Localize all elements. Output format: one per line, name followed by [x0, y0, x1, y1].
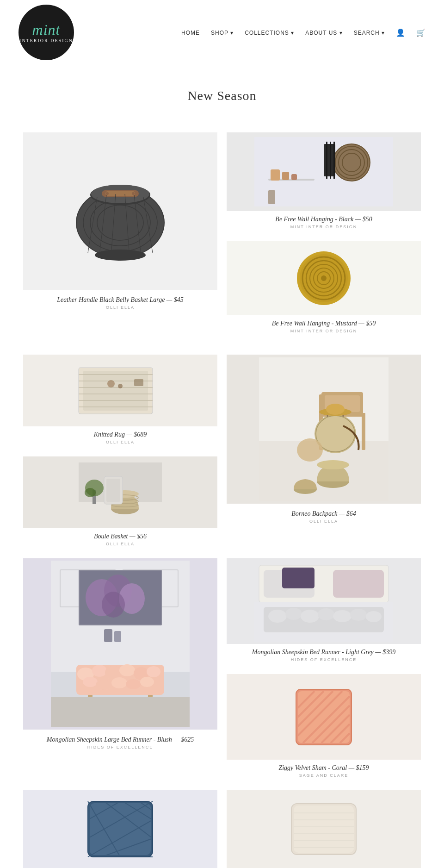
ziggy-coral-image — [227, 674, 421, 760]
boule-basket-name: Boule Basket — $56 — [23, 533, 217, 540]
svg-point-11 — [95, 250, 146, 261]
cart-icon[interactable]: 🛒 — [416, 28, 426, 37]
collections-arrow: ▾ — [291, 30, 294, 36]
title-divider — [213, 109, 231, 109]
sheepskin-grey-brand: HIDES OF EXCELLENCE — [227, 657, 421, 662]
sheepskin-blush-image — [23, 558, 217, 730]
product-row-3: Mongolian Sheepskin Large Bed Runner - B… — [0, 554, 444, 785]
svg-rect-62 — [106, 479, 120, 502]
pillow-beige-image — [227, 790, 421, 868]
row3-right-stack: Mongolian Sheepskin Bed Runner - Light G… — [222, 554, 426, 785]
borneo-backpack-image — [227, 355, 421, 504]
product-stack-right: Be Free Wall Hanging - Black — $50 MINT … — [222, 128, 426, 341]
borneo-backpack-name: Borneo Backpack — $64 — [227, 510, 421, 518]
svg-rect-89 — [104, 629, 112, 642]
svg-point-117 — [333, 610, 352, 622]
product-borneo-backpack[interactable]: Borneo Backpack — $64 OLLI ELLA — [222, 350, 426, 554]
leather-basket-name: Leather Handle Black Belly Basket Large … — [23, 296, 217, 304]
product-row-1: Leather Handle Black Belly Basket Large … — [0, 119, 444, 350]
ziggy-coral-name: Ziggy Velvet Sham - Coral — $159 — [227, 764, 421, 772]
svg-point-97 — [119, 664, 135, 676]
product-boule-basket[interactable]: Boule Basket — $56 OLLI ELLA — [18, 452, 222, 554]
logo[interactable]: mint Interior Design — [18, 5, 74, 60]
svg-rect-31 — [268, 190, 275, 204]
product-leather-basket-info: Leather Handle Black Belly Basket Large … — [23, 290, 217, 312]
product-ziggy-coral[interactable]: Ziggy Velvet Sham - Coral — $159 SAGE AN… — [222, 669, 426, 785]
product-be-free-black[interactable]: Be Free Wall Hanging - Black — $50 MINT … — [222, 128, 426, 237]
svg-rect-90 — [114, 631, 121, 642]
svg-point-48 — [107, 380, 115, 387]
product-knitted-rug[interactable]: Knitted Rug — $689 OLLI ELLA — [18, 350, 222, 452]
be-free-black-name: Be Free Wall Hanging - Black — $50 — [227, 216, 421, 223]
svg-rect-133 — [90, 803, 151, 855]
product-pillow-blue[interactable]: Blue Velvet Pillow — $89 SAGE AND CLARE — [18, 785, 222, 868]
be-free-mustard-brand: MINT INTERIOR DESIGN — [227, 329, 421, 333]
about-arrow: ▾ — [339, 30, 343, 36]
product-row-2: Knitted Rug — $689 OLLI ELLA — [0, 350, 444, 554]
product-sheepskin-blush[interactable]: Mongolian Sheepskin Large Bed Runner - B… — [18, 554, 222, 785]
svg-point-114 — [285, 608, 302, 620]
nav-search[interactable]: SEARCH ▾ — [354, 28, 385, 37]
knitted-rug-image — [23, 355, 217, 426]
boule-basket-brand: OLLI ELLA — [23, 542, 217, 546]
sheepskin-blush-name: Mongolian Sheepskin Large Bed Runner - B… — [23, 736, 217, 743]
nav-collections[interactable]: COLLECTIONS ▾ — [245, 28, 294, 37]
svg-point-104 — [140, 677, 154, 687]
knitted-rug-info: Knitted Rug — $689 OLLI ELLA — [23, 426, 217, 447]
svg-point-113 — [268, 610, 287, 623]
svg-point-99 — [147, 666, 160, 677]
row2-left-stack: Knitted Rug — $689 OLLI ELLA — [18, 350, 222, 554]
borneo-backpack-info: Borneo Backpack — $64 OLLI ELLA — [227, 504, 421, 526]
pillow-blue-image — [23, 790, 217, 868]
svg-rect-29 — [282, 172, 289, 180]
product-be-free-mustard[interactable]: Be Free Wall Hanging - Mustard — $50 MIN… — [222, 237, 426, 341]
product-sheepskin-grey[interactable]: Mongolian Sheepskin Bed Runner - Light G… — [222, 554, 426, 669]
be-free-black-brand: MINT INTERIOR DESIGN — [227, 225, 421, 229]
sheepskin-blush-info: Mongolian Sheepskin Large Bed Runner - B… — [23, 730, 217, 752]
product-leather-basket[interactable]: Leather Handle Black Belly Basket Large … — [18, 128, 222, 341]
svg-point-115 — [301, 610, 319, 623]
svg-point-9 — [106, 192, 109, 195]
svg-rect-26 — [333, 142, 335, 179]
knitted-rug-brand: OLLI ELLA — [23, 440, 217, 444]
ziggy-coral-info: Ziggy Velvet Sham - Coral — $159 SAGE AN… — [227, 760, 421, 781]
be-free-black-image — [227, 132, 421, 211]
nav-links: HOME SHOP ▾ COLLECTIONS ▾ ABOUT US ▾ SEA… — [181, 28, 426, 37]
svg-rect-105 — [51, 697, 190, 727]
svg-rect-109 — [333, 570, 384, 598]
svg-point-101 — [96, 680, 112, 690]
nav-shop[interactable]: SHOP ▾ — [211, 28, 234, 37]
svg-point-102 — [111, 677, 127, 688]
svg-rect-110 — [282, 568, 314, 588]
knitted-rug-name: Knitted Rug — $689 — [23, 431, 217, 438]
borneo-backpack-brand: OLLI ELLA — [227, 519, 421, 524]
svg-rect-25 — [330, 142, 331, 179]
search-arrow: ▾ — [382, 30, 385, 36]
product-row-4: Blue Velvet Pillow — $89 SAGE AND CLARE — [0, 785, 444, 868]
product-pillow-beige[interactable]: Beige Linen Pillow — $79 SAGE AND CLARE — [222, 785, 426, 868]
svg-point-119 — [366, 611, 382, 622]
logo-sub: Interior Design — [19, 38, 73, 43]
svg-rect-67 — [362, 413, 365, 450]
svg-rect-50 — [134, 379, 143, 386]
be-free-mustard-info: Be Free Wall Hanging - Mustard — $50 MIN… — [227, 315, 421, 336]
svg-point-75 — [317, 460, 349, 469]
svg-rect-145 — [294, 806, 354, 853]
svg-rect-30 — [291, 174, 297, 180]
svg-rect-24 — [326, 142, 327, 179]
product-leather-basket-image — [23, 132, 217, 290]
sheepskin-grey-image — [227, 558, 421, 644]
svg-point-73 — [297, 438, 323, 462]
svg-point-49 — [118, 384, 123, 388]
nav-home[interactable]: HOME — [181, 28, 200, 37]
svg-rect-28 — [271, 169, 280, 181]
logo-mint: mint — [32, 22, 61, 37]
navigation: mint Interior Design HOME SHOP ▾ COLLECT… — [0, 0, 444, 65]
be-free-mustard-image — [227, 241, 421, 315]
user-icon[interactable]: 👤 — [396, 28, 405, 37]
nav-about[interactable]: ABOUT US ▾ — [305, 28, 342, 37]
svg-point-39 — [321, 275, 327, 281]
svg-point-88 — [102, 592, 125, 618]
svg-point-77 — [326, 404, 345, 415]
sheepskin-grey-name: Mongolian Sheepskin Bed Runner - Light G… — [227, 649, 421, 656]
